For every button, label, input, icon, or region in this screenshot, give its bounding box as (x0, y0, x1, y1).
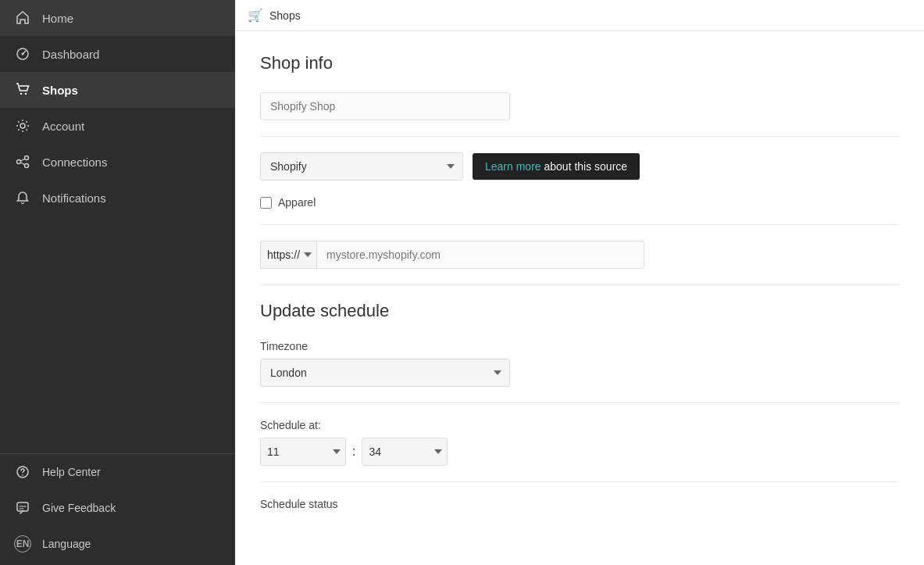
sidebar-item-shops[interactable]: Shops (0, 72, 235, 108)
sidebar-item-notifications-label: Notifications (42, 191, 106, 205)
svg-point-4 (20, 123, 25, 128)
apparel-checkbox[interactable] (260, 197, 272, 209)
learn-more-button[interactable]: Learn more about this source (473, 153, 640, 180)
sidebar: Home Dashboard Shops (0, 0, 235, 565)
sidebar-item-dashboard[interactable]: Dashboard (0, 36, 235, 72)
sidebar-item-feedback-label: Give Feedback (42, 502, 116, 514)
url-input[interactable] (316, 241, 644, 269)
topbar: 🛒 Shops (235, 0, 924, 31)
learn-more-suffix: about this source (541, 160, 628, 173)
help-icon (14, 463, 31, 481)
svg-point-7 (25, 164, 29, 168)
sidebar-item-feedback[interactable]: Give Feedback (0, 490, 235, 526)
sidebar-item-account-label: Account (42, 120, 84, 133)
sidebar-item-home[interactable]: Home (0, 0, 235, 36)
timezone-label: Timezone (260, 340, 899, 352)
divider-4 (260, 402, 899, 403)
bell-icon (14, 189, 31, 206)
url-row: https:// http:// (260, 241, 899, 269)
sidebar-item-help-label: Help Center (42, 466, 101, 478)
gear-icon (14, 117, 31, 134)
shop-info-title: Shop info (260, 53, 899, 73)
update-schedule-title: Update schedule (260, 301, 899, 321)
topbar-cart-icon: 🛒 (248, 8, 263, 23)
source-select[interactable]: Shopify WooCommerce Magento (260, 152, 463, 181)
shop-name-input[interactable] (260, 92, 510, 120)
schedule-colon: : (351, 445, 357, 459)
cart-icon (14, 81, 31, 98)
sidebar-bottom: Help Center Give Feedback EN Language (0, 453, 235, 565)
svg-point-9 (22, 474, 23, 476)
apparel-row: Apparel (260, 196, 899, 209)
timezone-select[interactable]: London UTC New York Los Angeles (260, 359, 510, 387)
topbar-title: Shops (269, 9, 301, 22)
learn-more-highlight: Learn more (485, 160, 541, 173)
sidebar-item-language-label: Language (42, 538, 91, 550)
home-icon (14, 9, 31, 27)
divider-3 (260, 284, 899, 285)
schedule-at-row: Schedule at: 11 12 1 : 34 00 30 (260, 419, 899, 466)
content-area: Shop info Shopify WooCommerce Magento Le… (235, 31, 924, 548)
schedule-minute-select[interactable]: 34 00 30 (362, 438, 448, 466)
sidebar-item-notifications[interactable]: Notifications (0, 180, 235, 216)
language-icon: EN (14, 535, 31, 552)
feedback-icon (14, 499, 31, 517)
sidebar-item-shops-label: Shops (42, 84, 78, 97)
sidebar-item-account[interactable]: Account (0, 108, 235, 144)
status-label: Schedule status (260, 498, 899, 510)
dashboard-icon (14, 45, 31, 63)
sidebar-item-dashboard-label: Dashboard (42, 48, 99, 61)
schedule-at-label: Schedule at: (260, 419, 899, 431)
divider-5 (260, 481, 899, 482)
svg-point-6 (25, 156, 29, 160)
sidebar-item-home-label: Home (42, 12, 73, 25)
source-row: Shopify WooCommerce Magento Learn more a… (260, 152, 899, 181)
connections-icon (14, 153, 31, 170)
apparel-label: Apparel (278, 196, 316, 209)
status-row: Schedule status (260, 498, 899, 510)
timezone-row: Timezone London UTC New York Los Angeles (260, 340, 899, 387)
svg-point-3 (25, 93, 27, 95)
sidebar-item-language[interactable]: EN Language (0, 526, 235, 562)
sidebar-item-connections-label: Connections (42, 156, 107, 169)
divider-1 (260, 136, 899, 137)
svg-point-5 (17, 160, 21, 164)
svg-point-1 (22, 53, 24, 55)
schedule-hour-select[interactable]: 11 12 1 (260, 438, 346, 466)
main-content: 🛒 Shops Shop info Shopify WooCommerce Ma… (235, 0, 924, 565)
schedule-time-row: 11 12 1 : 34 00 30 (260, 438, 899, 466)
protocol-select[interactable]: https:// http:// (260, 241, 316, 269)
shop-name-row (260, 92, 899, 120)
sidebar-nav: Home Dashboard Shops (0, 0, 235, 453)
sidebar-item-connections[interactable]: Connections (0, 144, 235, 180)
sidebar-item-help[interactable]: Help Center (0, 454, 235, 490)
divider-2 (260, 224, 899, 225)
svg-point-2 (20, 93, 22, 95)
